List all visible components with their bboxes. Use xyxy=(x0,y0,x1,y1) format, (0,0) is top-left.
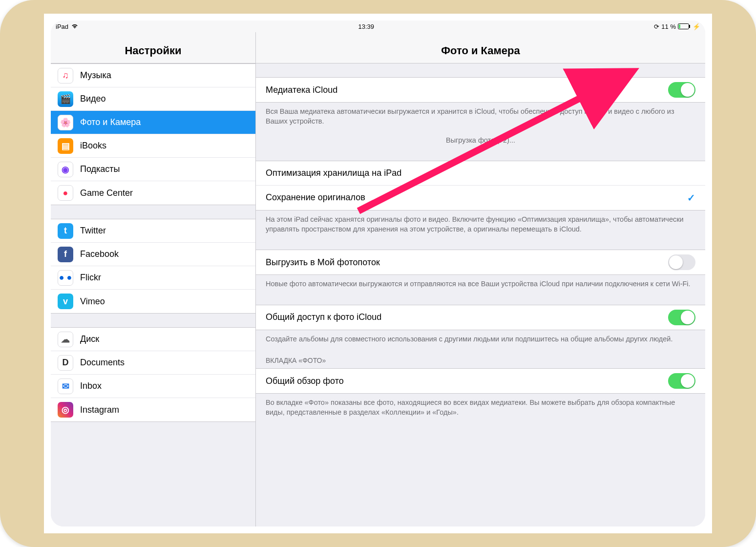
sidebar-item-label: Подкасты xyxy=(80,164,120,174)
setting-label: Общий доступ к фото iCloud xyxy=(266,312,381,322)
sidebar-item-flickr[interactable]: ● ●Flickr xyxy=(51,266,255,290)
flickr-icon: ● ● xyxy=(58,270,73,286)
sidebar-item-music[interactable]: ♫Музыка xyxy=(51,64,255,87)
detail-pane: Фото и Камера Медиатека iCloudВся Ваша м… xyxy=(256,32,705,526)
clock: 13:39 xyxy=(358,23,374,30)
sidebar-item-label: Фото и Камера xyxy=(80,117,141,127)
sidebar-item-facebook[interactable]: fFacebook xyxy=(51,243,255,266)
sidebar-item-label: Музыка xyxy=(80,70,111,81)
sidebar-item-twitter[interactable]: tTwitter xyxy=(51,219,255,243)
device-frame: iPad 13:39 ⟳ 11 % ⚡ xyxy=(0,0,756,547)
sidebar-item-game-center[interactable]: ●Game Center xyxy=(51,181,255,205)
wifi-icon xyxy=(71,24,78,29)
sidebar-item-instagram[interactable]: ◎Instagram xyxy=(51,398,255,421)
setting-label: Медиатека iCloud xyxy=(266,85,337,95)
sidebar-item-podcasts[interactable]: ◉Подкасты xyxy=(51,158,255,181)
sidebar-item-label: Диск xyxy=(80,334,99,344)
setting-label: Сохранение оригиналов xyxy=(266,192,365,203)
documents-icon: D xyxy=(58,355,73,371)
detail-title: Фото и Камера xyxy=(256,32,705,63)
sidebar-title: Настройки xyxy=(51,32,255,63)
ibooks-icon: ▤ xyxy=(58,138,73,154)
game-center-icon: ● xyxy=(58,185,73,201)
sidebar-item-ibooks[interactable]: ▤iBooks xyxy=(51,134,255,158)
bezel: iPad 13:39 ⟳ 11 % ⚡ xyxy=(44,14,712,533)
setting-keep-originals[interactable]: Сохранение оригиналов✓ xyxy=(256,186,705,210)
battery-icon xyxy=(678,23,691,29)
section-header: ВКЛАДКА «ФОТО» xyxy=(256,346,705,368)
toggle-summarize-photos[interactable] xyxy=(668,373,695,389)
device-label: iPad xyxy=(56,23,68,30)
podcasts-icon: ◉ xyxy=(58,162,73,177)
sidebar-item-vimeo[interactable]: vVimeo xyxy=(51,290,255,313)
setting-label: Оптимизация хранилища на iPad xyxy=(266,168,401,178)
setting-optimize-storage[interactable]: Оптимизация хранилища на iPad xyxy=(256,161,705,186)
status-bar: iPad 13:39 ⟳ 11 % ⚡ xyxy=(51,21,705,32)
toggle-icloud-photo-sharing[interactable] xyxy=(668,310,695,325)
facebook-icon: f xyxy=(58,247,73,262)
setting-label: Общий обзор фото xyxy=(266,376,344,386)
sidebar-item-video[interactable]: 🎬Видео xyxy=(51,87,255,111)
sidebar-item-disk[interactable]: ☁Диск xyxy=(51,328,255,351)
setting-summarize-photos[interactable]: Общий обзор фото xyxy=(256,369,705,393)
setting-label: Выгрузить в Мой фотопоток xyxy=(266,257,380,268)
setting-footer: Вся Ваша медиатека автоматически выгружа… xyxy=(256,103,705,128)
sidebar-item-label: Flickr xyxy=(80,273,101,283)
video-icon: 🎬 xyxy=(58,91,73,107)
setting-footer: На этом iPad сейчас хранятся оригиналы ф… xyxy=(256,210,705,236)
vimeo-icon: v xyxy=(58,294,73,309)
sidebar-item-label: Inbox xyxy=(80,381,102,391)
disk-icon: ☁ xyxy=(58,332,73,347)
sidebar-item-inbox[interactable]: ✉Inbox xyxy=(51,375,255,398)
photos-camera-icon: 🌸 xyxy=(58,115,73,130)
checkmark-icon: ✓ xyxy=(687,192,695,204)
setting-footer: Во вкладке «Фото» показаны все фото, нах… xyxy=(256,394,705,420)
sidebar-item-label: Vimeo xyxy=(80,296,105,307)
home-button[interactable] xyxy=(13,260,40,287)
setting-footer: Новые фото автоматически выгружаются и о… xyxy=(256,275,705,291)
twitter-icon: t xyxy=(58,223,73,239)
setting-icloud-photo-sharing[interactable]: Общий доступ к фото iCloud xyxy=(256,305,705,330)
screen: iPad 13:39 ⟳ 11 % ⚡ xyxy=(51,21,705,526)
sidebar: Настройки ♫Музыка🎬Видео🌸Фото и Камера▤iB… xyxy=(51,32,256,526)
rotation-lock-icon: ⟳ xyxy=(654,23,659,30)
music-icon: ♫ xyxy=(58,68,73,84)
sidebar-item-label: Twitter xyxy=(80,226,106,236)
toggle-icloud-library[interactable] xyxy=(668,82,695,98)
svg-rect-1 xyxy=(679,24,680,28)
sidebar-item-label: Facebook xyxy=(80,249,119,259)
sidebar-item-photos-camera[interactable]: 🌸Фото и Камера xyxy=(51,111,255,134)
setting-my-photo-stream[interactable]: Выгрузить в Мой фотопоток xyxy=(256,250,705,274)
battery-text: 11 % xyxy=(661,23,676,30)
front-camera xyxy=(731,271,736,276)
upload-progress-label: Выгрузка фото (72)... xyxy=(256,128,705,147)
setting-footer: Создайте альбомы для совместного использ… xyxy=(256,330,705,346)
sidebar-item-label: Видео xyxy=(80,94,106,104)
sidebar-item-documents[interactable]: DDocuments xyxy=(51,351,255,375)
inbox-icon: ✉ xyxy=(58,379,73,394)
sidebar-item-label: Documents xyxy=(80,358,125,368)
sidebar-item-label: Game Center xyxy=(80,188,133,198)
sidebar-scroll[interactable]: ♫Музыка🎬Видео🌸Фото и Камера▤iBooks◉Подка… xyxy=(51,63,255,526)
sidebar-item-label: Instagram xyxy=(80,405,119,415)
setting-icloud-library[interactable]: Медиатека iCloud xyxy=(256,78,705,102)
charging-icon: ⚡ xyxy=(693,23,700,30)
instagram-icon: ◎ xyxy=(58,402,73,418)
toggle-my-photo-stream[interactable] xyxy=(668,254,695,270)
detail-scroll[interactable]: Медиатека iCloudВся Ваша медиатека автом… xyxy=(256,63,705,526)
svg-rect-2 xyxy=(689,25,690,28)
sidebar-item-label: iBooks xyxy=(80,141,106,151)
